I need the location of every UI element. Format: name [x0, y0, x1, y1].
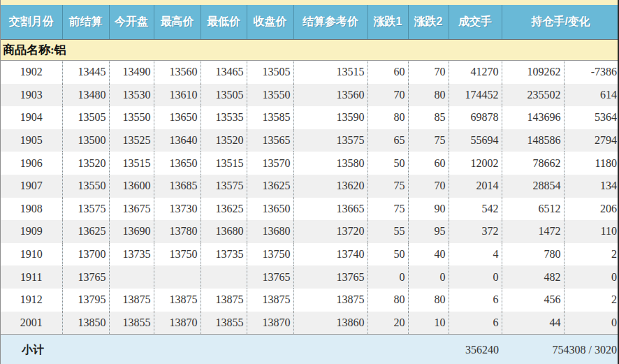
table-row: 1906135201351513650135151357013580506012… — [1, 152, 619, 175]
cell-change2: 10 — [408, 312, 449, 335]
cell-open_interest: 1472 — [502, 220, 564, 243]
column-header-high: 最高价 — [154, 5, 201, 40]
cell-open: 13530 — [109, 84, 154, 107]
cell-volume: 55694 — [449, 129, 502, 152]
table-row: 1908135751367513730136251365013665759054… — [1, 198, 619, 221]
table-row: 1909136251369013780136801368013720559537… — [1, 220, 619, 243]
column-header-volume: 成交手 — [449, 5, 502, 40]
cell-change1: 60 — [367, 61, 408, 84]
cell-oi_change: 1180 — [564, 152, 619, 175]
cell-volume: 2014 — [449, 175, 502, 198]
table-row: 1907135501360013685135751362513620757020… — [1, 175, 619, 198]
cell-prev_settle: 13500 — [62, 129, 109, 152]
cell-oi_change: 2 — [564, 243, 619, 266]
cell-month: 1909 — [1, 220, 62, 243]
cell-change1: 80 — [367, 289, 408, 312]
cell-settle_ref: 13665 — [293, 198, 367, 221]
cell-prev_settle: 13850 — [62, 312, 109, 335]
cell-open_interest: 143696 — [502, 106, 564, 129]
cell-oi_change: 0 — [564, 312, 619, 335]
cell-high: 13650 — [154, 152, 201, 175]
cell-open: 13875 — [109, 289, 154, 312]
cell-open_interest: 780 — [502, 243, 564, 266]
cell-low: 13625 — [201, 198, 247, 221]
cell-open: 13855 — [109, 312, 154, 335]
cell-open_interest: 6512 — [502, 198, 564, 221]
cell-change2: 90 — [408, 198, 449, 221]
cell-change2: 80 — [408, 289, 449, 312]
cell-volume: 6 — [449, 289, 502, 312]
cell-close: 13585 — [247, 106, 293, 129]
cell-prev_settle: 13520 — [62, 152, 109, 175]
column-header-close: 收盘价 — [247, 5, 293, 40]
cell-close: 13875 — [247, 289, 293, 312]
cell-open_interest: 28854 — [502, 175, 564, 198]
cell-change1: 80 — [367, 106, 408, 129]
cell-month: 1903 — [1, 84, 62, 107]
cell-change2: 75 — [408, 129, 449, 152]
cell-settle_ref: 13575 — [293, 129, 367, 152]
cell-close: 13765 — [247, 265, 293, 289]
top-strip — [1, 0, 618, 5]
cell-open_interest: 78662 — [502, 152, 564, 175]
table-row: 1902134451349013560134651350513515607041… — [1, 61, 619, 84]
cell-prev_settle: 13765 — [62, 265, 109, 289]
cell-settle_ref: 13515 — [293, 61, 367, 84]
cell-prev_settle: 13480 — [62, 84, 109, 107]
table-row: 19111376513765137650004820 — [1, 265, 619, 289]
cell-oi_change: 614 — [564, 84, 619, 107]
column-header-open: 今开盘 — [109, 5, 154, 40]
table-row: 1912137951387513875138751387513875808064… — [1, 289, 619, 312]
cell-oi_change: 206 — [564, 198, 619, 221]
cell-high: 13640 — [154, 129, 201, 152]
table-footer: 小计 356240 754308 / 3020 — [1, 335, 619, 364]
cell-change2: 80 — [408, 84, 449, 107]
cell-volume: 4 — [449, 243, 502, 266]
cell-settle_ref: 13740 — [293, 243, 367, 266]
cell-change1: 50 — [367, 152, 408, 175]
cell-low: 13505 — [201, 84, 247, 107]
cell-month: 1904 — [1, 106, 62, 129]
cell-low: 13520 — [201, 129, 247, 152]
column-header-change1: 涨跌1 — [367, 5, 408, 40]
cell-change1: 50 — [367, 243, 408, 266]
subtotal-open-interest: 754308 / 3020 — [502, 335, 619, 364]
futures-quote-panel: 交割月份 前结算 今开盘 最高价 最低价 收盘价 结算参考价 涨跌1 涨跌2 成… — [0, 0, 619, 364]
cell-open: 13735 — [109, 243, 154, 266]
cell-month: 1908 — [1, 198, 62, 221]
cell-volume: 12002 — [449, 152, 502, 175]
cell-close: 13650 — [247, 198, 293, 221]
cell-high: 13730 — [154, 198, 201, 221]
product-name-label: 商品名称:铝 — [1, 40, 619, 61]
cell-close: 13570 — [247, 152, 293, 175]
cell-low — [201, 265, 247, 289]
cell-settle_ref: 13590 — [293, 106, 367, 129]
cell-low: 13515 — [201, 152, 247, 175]
cell-open_interest: 44 — [502, 312, 564, 335]
cell-change2: 60 — [408, 152, 449, 175]
cell-close: 13750 — [247, 243, 293, 266]
cell-low: 13680 — [201, 220, 247, 243]
cell-open: 13690 — [109, 220, 154, 243]
cell-open: 13515 — [109, 152, 154, 175]
cell-close: 13680 — [247, 220, 293, 243]
cell-month: 1902 — [1, 61, 62, 84]
cell-oi_change: 110 — [564, 220, 619, 243]
futures-quote-table: 交割月份 前结算 今开盘 最高价 最低价 收盘价 结算参考价 涨跌1 涨跌2 成… — [1, 5, 619, 364]
cell-change1: 65 — [367, 129, 408, 152]
cell-low: 13855 — [201, 312, 247, 335]
product-name-row: 商品名称:铝 — [1, 40, 619, 61]
cell-volume: 174452 — [449, 84, 502, 107]
cell-open — [109, 265, 154, 289]
table-header: 交割月份 前结算 今开盘 最高价 最低价 收盘价 结算参考价 涨跌1 涨跌2 成… — [1, 5, 619, 40]
cell-high: 13870 — [154, 312, 201, 335]
cell-low: 13875 — [201, 289, 247, 312]
header-row: 交割月份 前结算 今开盘 最高价 最低价 收盘价 结算参考价 涨跌1 涨跌2 成… — [1, 5, 619, 40]
cell-oi_change: 0 — [564, 265, 619, 289]
column-header-open-interest-change: 持仓手/变化 — [502, 5, 619, 40]
cell-change1: 75 — [367, 198, 408, 221]
cell-settle_ref: 13620 — [293, 175, 367, 198]
cell-close: 13550 — [247, 84, 293, 107]
cell-open: 13525 — [109, 129, 154, 152]
cell-low: 13735 — [201, 243, 247, 266]
